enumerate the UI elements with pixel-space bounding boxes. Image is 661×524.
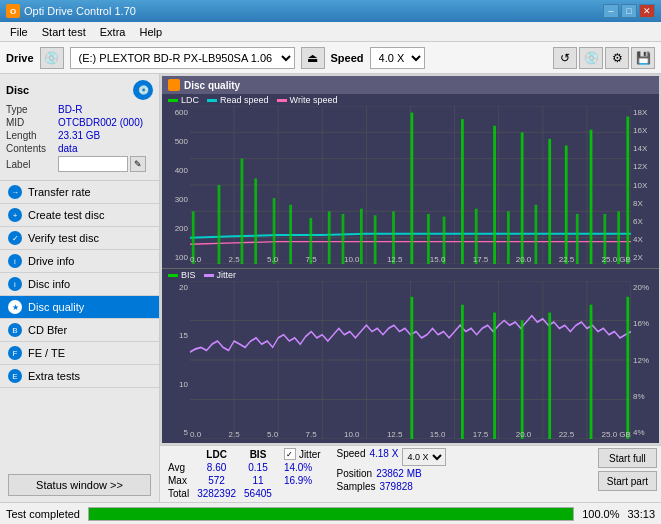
drive-toolbar: ↺ 💿 ⚙ 💾 — [553, 47, 655, 69]
app-icon: O — [6, 4, 20, 18]
bottom-legend: BIS Jitter — [162, 269, 659, 281]
menubar: File Start test Extra Help — [0, 22, 661, 42]
mid-label: MID — [6, 117, 58, 128]
disc-length-row: Length 23.31 GB — [6, 130, 153, 141]
svg-rect-62 — [493, 313, 496, 439]
position-value: 23862 MB — [376, 468, 422, 479]
ldc-legend: LDC — [168, 95, 199, 105]
main-area: Disc 💿 Type BD-R MID OTCBDR002 (000) Len… — [0, 74, 661, 502]
menu-help[interactable]: Help — [133, 25, 168, 39]
svg-rect-64 — [548, 313, 551, 439]
disc-info-label: Disc info — [28, 278, 70, 290]
ldc-header: LDC — [193, 448, 240, 461]
disc-info-icon: i — [8, 277, 22, 291]
length-value: 23.31 GB — [58, 130, 100, 141]
contents-label: Contents — [6, 143, 58, 154]
top-chart: LDC Read speed Write speed — [162, 94, 659, 269]
label-edit-button[interactable]: ✎ — [130, 156, 146, 172]
max-jitter-value: 16.9% — [284, 475, 312, 486]
sidebar-item-disc-quality[interactable]: ★ Disc quality — [0, 296, 159, 319]
sidebar-item-verify-test-disc[interactable]: ✓ Verify test disc — [0, 227, 159, 250]
drive-info-icon: i — [8, 254, 22, 268]
sidebar-item-transfer-rate[interactable]: → Transfer rate — [0, 181, 159, 204]
disc-info-panel: Disc 💿 Type BD-R MID OTCBDR002 (000) Len… — [0, 74, 159, 181]
disc-contents-row: Contents data — [6, 143, 153, 154]
settings-button[interactable]: ⚙ — [605, 47, 629, 69]
svg-rect-19 — [241, 159, 244, 264]
transfer-rate-label: Transfer rate — [28, 186, 91, 198]
sidebar-item-extra-tests[interactable]: E Extra tests — [0, 365, 159, 388]
write-speed-legend: Write speed — [277, 95, 338, 105]
top-chart-area: 600 500 400 300 200 100 — [162, 106, 659, 264]
action-buttons: Start full Start part — [598, 448, 657, 491]
drivebar: Drive 💿 (E:) PLEXTOR BD-R PX-LB950SA 1.0… — [0, 42, 661, 74]
eject-button[interactable]: ⏏ — [301, 47, 325, 69]
svg-rect-65 — [590, 305, 593, 439]
jitter-row: ✓ Jitter — [284, 448, 321, 460]
svg-rect-32 — [461, 119, 464, 264]
disc-button[interactable]: 💿 — [579, 47, 603, 69]
refresh-button[interactable]: ↺ — [553, 47, 577, 69]
speed-value: 4.18 X — [369, 448, 398, 466]
total-ldc: 3282392 — [193, 487, 240, 500]
charts-container: LDC Read speed Write speed — [162, 94, 659, 443]
titlebar: O Opti Drive Control 1.70 – □ ✕ — [0, 0, 661, 22]
y-axis-left-top: 600 500 400 300 200 100 — [162, 106, 190, 264]
svg-rect-61 — [461, 305, 464, 439]
start-full-button[interactable]: Start full — [598, 448, 657, 468]
sidebar-item-fe-te[interactable]: F FE / TE — [0, 342, 159, 365]
menu-file[interactable]: File — [4, 25, 34, 39]
svg-rect-34 — [493, 126, 496, 264]
jitter-legend-color — [204, 274, 214, 277]
svg-rect-39 — [565, 146, 568, 265]
svg-rect-36 — [521, 132, 524, 264]
chart-panel: Disc quality LDC Read speed — [162, 76, 659, 443]
status-window-button[interactable]: Status window >> — [8, 474, 151, 496]
bis-legend-color — [168, 274, 178, 277]
write-speed-legend-color — [277, 99, 287, 102]
speed-select[interactable]: 4.0 X — [370, 47, 425, 69]
disc-section-title: Disc — [6, 84, 29, 96]
menu-start-test[interactable]: Start test — [36, 25, 92, 39]
sidebar-item-cd-bfer[interactable]: B CD Bfer — [0, 319, 159, 342]
x-axis-labels-bottom: 0.0 2.5 5.0 7.5 10.0 12.5 15.0 17.5 20.0… — [190, 430, 631, 439]
position-label: Position — [337, 468, 373, 479]
save-button[interactable]: 💾 — [631, 47, 655, 69]
drive-label: Drive — [6, 52, 34, 64]
jitter-legend: Jitter — [204, 270, 237, 280]
jitter-speed-panel: ✓ Jitter 14.0% 16.9% — [284, 448, 321, 486]
svg-rect-29 — [411, 113, 414, 264]
label-input[interactable] — [58, 156, 128, 172]
sidebar-item-drive-info[interactable]: i Drive info — [0, 250, 159, 273]
speed-select[interactable]: 4.0 X — [402, 448, 446, 466]
sidebar-item-create-test-disc[interactable]: + Create test disc — [0, 204, 159, 227]
verify-test-disc-label: Verify test disc — [28, 232, 99, 244]
speed-label: Speed — [331, 52, 364, 64]
label-label: Label — [6, 159, 58, 170]
total-bis: 56405 — [240, 487, 276, 500]
bis-header: BIS — [240, 448, 276, 461]
extra-tests-label: Extra tests — [28, 370, 80, 382]
bottom-chart: BIS Jitter 20 15 10 5 — [162, 269, 659, 443]
maximize-button[interactable]: □ — [621, 4, 637, 18]
position-panel: Speed 4.18 X 4.0 X Position 23862 MB Sam… — [337, 448, 447, 492]
minimize-button[interactable]: – — [603, 4, 619, 18]
jitter-label: Jitter — [299, 449, 321, 460]
samples-row: Samples 379828 — [337, 481, 447, 492]
type-value: BD-R — [58, 104, 82, 115]
y-axis-right-top: 18X 16X 14X 12X 10X 8X 6X 4X 2X — [631, 106, 659, 264]
menu-extra[interactable]: Extra — [94, 25, 132, 39]
eject-icon[interactable]: 💿 — [40, 47, 64, 69]
y-axis-left-bottom: 20 15 10 5 — [162, 281, 190, 439]
verify-test-disc-icon: ✓ — [8, 231, 22, 245]
speed-label: Speed — [337, 448, 366, 466]
top-chart-svg-area: 0.0 2.5 5.0 7.5 10.0 12.5 15.0 17.5 20.0… — [190, 106, 631, 264]
jitter-checkbox[interactable]: ✓ — [284, 448, 296, 460]
samples-label: Samples — [337, 481, 376, 492]
sidebar-item-disc-info[interactable]: i Disc info — [0, 273, 159, 296]
close-button[interactable]: ✕ — [639, 4, 655, 18]
samples-value: 379828 — [379, 481, 412, 492]
drive-select[interactable]: (E:) PLEXTOR BD-R PX-LB950SA 1.06 — [70, 47, 295, 69]
start-part-button[interactable]: Start part — [598, 471, 657, 491]
max-jitter-row: 16.9% — [284, 475, 321, 486]
